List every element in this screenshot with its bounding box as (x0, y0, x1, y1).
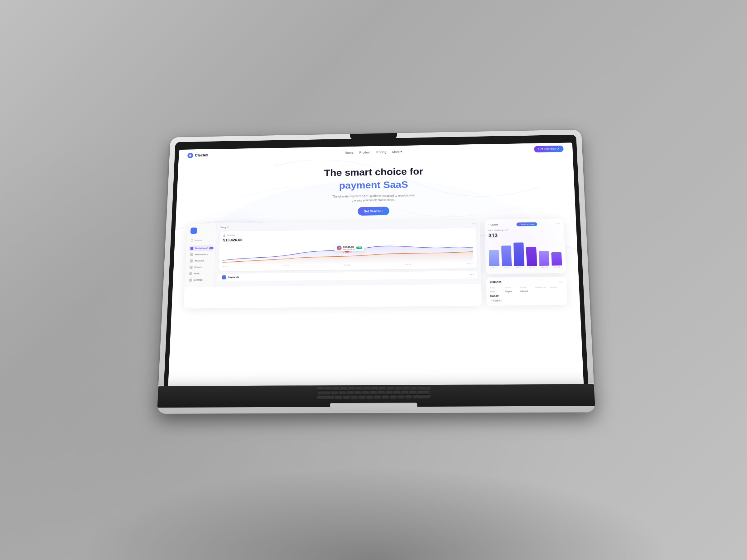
key (417, 391, 429, 394)
today-selector[interactable]: Today ∨ (220, 226, 229, 229)
key (332, 387, 339, 390)
dot-3 (475, 223, 476, 224)
sidebar-item-clients[interactable]: Clients (188, 264, 212, 270)
website-content: Cleclex Home Product Pricing More ▾ (168, 142, 584, 386)
dot-1 (472, 223, 473, 224)
key (335, 396, 342, 399)
key-row-3 (164, 395, 588, 400)
key (331, 391, 338, 395)
screen-bezel: Cleclex Home Product Pricing More ▾ (164, 135, 588, 386)
sidebar-item-dashboard[interactable]: Dashboard 23 (189, 245, 213, 251)
dash-header: Today ∨ (220, 222, 476, 229)
clients-icon (189, 266, 193, 268)
key (317, 387, 324, 391)
dot-2 (474, 223, 475, 224)
key (318, 391, 330, 395)
disputes-total-amount: $52.30 (490, 294, 563, 297)
key-row-1 (164, 386, 588, 391)
key (390, 395, 396, 399)
revenue-chart: A $1535.00 Aug 31 (11:04) +8% (222, 241, 473, 265)
key (393, 391, 400, 394)
chart-label-2: Mar, 23 (344, 264, 350, 266)
logo-icon (187, 153, 193, 158)
tooltip-amount: $1535.00 (343, 245, 356, 248)
sidebar-search[interactable]: Search (189, 237, 213, 243)
sidebar-item-settings[interactable]: Settings (187, 277, 212, 283)
tooltip-sub: Aug 31 (11:04) (343, 248, 356, 250)
nav-more[interactable]: More ▾ (392, 150, 402, 153)
get-template-button[interactable]: Get Template ↗ (534, 145, 564, 153)
camera-notch (350, 133, 397, 140)
dispute-reason-1: Dispute (505, 290, 518, 292)
sidebar-dashboard-label: Dashboard (195, 247, 208, 249)
chart-label-3: Apr, 23 (405, 263, 411, 265)
key (347, 391, 354, 395)
nav-more-label: More (392, 150, 400, 153)
key (339, 391, 346, 395)
sidebar-item-accounts[interactable]: Accounts (188, 258, 213, 264)
nav-pricing[interactable]: Pricing (376, 150, 386, 154)
sidebar-settings-label: Settings (194, 279, 202, 282)
key (351, 396, 357, 399)
laptop-container: Cleclex Home Product Pricing More ▾ (156, 116, 591, 413)
sidebar-item-more[interactable]: More (187, 271, 212, 277)
nav-product[interactable]: Product (359, 151, 370, 154)
key (364, 387, 370, 390)
disputes-menu-dots[interactable] (559, 282, 563, 283)
sidebar-clients-label: Clients (194, 266, 202, 269)
settings-icon (189, 278, 192, 281)
trackpad[interactable] (330, 403, 417, 411)
key (379, 387, 386, 390)
key (403, 387, 409, 390)
dash-main-content: Today ∨ (214, 220, 481, 287)
disputes-sheet-button[interactable]: + Sheet (490, 299, 503, 302)
sidebar-accounts-label: Accounts (195, 260, 205, 262)
menu-dots[interactable] (472, 223, 476, 224)
p-dot-1 (470, 274, 471, 275)
dispute-row-1: Active Dispute Initiated (490, 289, 563, 293)
key (378, 391, 385, 395)
key (371, 387, 378, 390)
nav-links: Home Product Pricing More ▾ (345, 150, 403, 154)
dashboard-card: Search Dashboard 23 (184, 220, 482, 309)
key (355, 391, 361, 395)
hero-description: The ultimate Payment SaaS platform desig… (332, 193, 415, 203)
sidebar-logo (190, 228, 197, 234)
payments-icon (222, 275, 226, 279)
get-template-label: Get Template ↗ (538, 147, 559, 151)
dashboard-sidebar: Search Dashboard 23 (185, 223, 216, 287)
d-dot-1 (559, 282, 560, 283)
p-dot-3 (472, 274, 473, 275)
logo-area: Cleclex (187, 153, 208, 158)
laptop-base (157, 384, 595, 414)
key (325, 387, 332, 391)
chart-label-1: Feb, 23 (283, 265, 289, 267)
dashboard-badge: 23 (209, 247, 213, 249)
accounts-icon (190, 260, 193, 262)
key (409, 391, 416, 394)
get-started-label: Get Started › (364, 209, 383, 213)
chart-tooltip: A $1535.00 Aug 31 (11:04) +8% (335, 244, 364, 251)
payments-menu-dots[interactable] (470, 274, 474, 275)
d-dot-3 (562, 282, 563, 283)
chart-label-4: May, 23 (467, 263, 473, 264)
p-dot-2 (471, 274, 472, 275)
key (358, 396, 365, 399)
chevron-down-icon: ▾ (401, 150, 403, 153)
nav-home[interactable]: Home (345, 151, 354, 154)
sidebar-item-transactions[interactable]: Transactions (188, 251, 213, 257)
key (362, 391, 369, 395)
revenue-label: Revenue (227, 234, 235, 236)
dispute-initiated-1: Initiated (520, 290, 533, 292)
key (405, 395, 412, 399)
dashboard-main: Search Dashboard 23 (185, 220, 481, 287)
dashboard-preview: Search Dashboard 23 (184, 218, 567, 309)
key (387, 387, 394, 390)
chart-label-0: Jan, 23 (222, 265, 228, 267)
transactions-icon (190, 253, 193, 256)
get-started-button[interactable]: Get Started › (358, 207, 389, 216)
key (356, 387, 363, 390)
keyboard-rows (157, 384, 594, 402)
key (413, 395, 431, 399)
key (340, 387, 347, 390)
